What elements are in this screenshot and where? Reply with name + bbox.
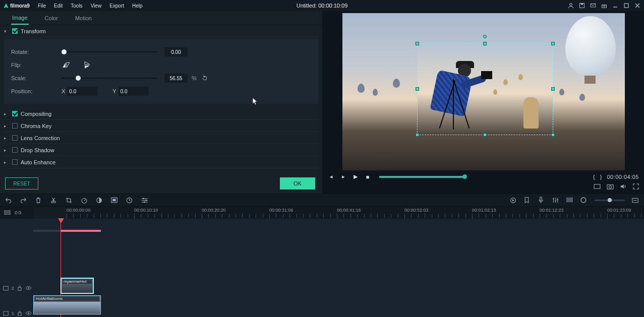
pos-y-label: Y [112, 88, 116, 94]
account-icon[interactable] [567, 2, 574, 9]
undo-icon[interactable] [5, 197, 12, 203]
menu-export[interactable]: Export [105, 3, 128, 9]
menu-tools[interactable]: Tools [67, 3, 86, 9]
preview-progress[interactable] [379, 176, 465, 178]
svg-point-36 [28, 312, 29, 314]
section-chroma[interactable]: ▸ Chroma Key [4, 120, 318, 132]
flip-vertical-icon[interactable] [83, 61, 92, 69]
voiceover-icon[interactable] [538, 197, 545, 204]
rotate-slider[interactable] [62, 48, 157, 55]
resize-handle-nw[interactable] [416, 42, 419, 45]
marker-icon[interactable] [524, 197, 531, 204]
pos-x-field[interactable] [67, 87, 97, 96]
svg-rect-6 [624, 4, 628, 8]
duration-icon[interactable] [126, 197, 133, 204]
rotate-handle[interactable] [483, 35, 487, 38]
ruler-label: 00:00:52:03 [404, 208, 429, 213]
window-maximize[interactable] [623, 2, 630, 9]
eye-icon[interactable] [25, 286, 32, 290]
split-icon[interactable] [50, 197, 57, 204]
stop-icon[interactable]: ■ [364, 174, 371, 180]
tab-color[interactable]: Color [44, 12, 59, 24]
scale-field[interactable] [164, 74, 188, 83]
track-head-2[interactable]: 2 [3, 285, 32, 291]
eye-icon[interactable] [25, 311, 32, 315]
resize-handle-e[interactable] [551, 87, 555, 91]
svg-point-17 [143, 198, 144, 199]
link-icon[interactable] [15, 210, 21, 216]
range-bar[interactable] [33, 230, 101, 232]
menu-file[interactable]: File [34, 3, 50, 9]
adjust-icon[interactable] [141, 198, 148, 203]
lens-checkbox[interactable] [12, 135, 18, 141]
clip-track1[interactable]: HotAirBalloons [33, 295, 101, 314]
prev-frame-icon[interactable]: ◂ [328, 173, 335, 180]
section-auto[interactable]: ▸ Auto Enhance [4, 156, 318, 168]
svg-rect-7 [594, 184, 600, 188]
clip-track2[interactable]: myanmarHot [61, 278, 93, 293]
fullscreen-icon[interactable] [633, 183, 639, 194]
auto-checkbox[interactable] [12, 159, 18, 165]
resize-handle-se[interactable] [551, 133, 555, 137]
reset-button[interactable]: RESET [5, 177, 38, 189]
volume-icon[interactable] [620, 183, 627, 194]
render-icon[interactable] [510, 197, 517, 204]
zoom-slider[interactable] [595, 200, 625, 201]
tab-image[interactable]: Image [11, 12, 29, 25]
play-icon[interactable]: ▶ [352, 173, 359, 180]
resize-handle-ne[interactable] [551, 42, 555, 45]
section-drop[interactable]: ▸ Drop Shadow [4, 144, 318, 156]
lock-icon[interactable] [17, 285, 22, 291]
resize-handle-n[interactable] [483, 42, 487, 45]
color-icon[interactable] [96, 197, 103, 204]
window-close[interactable] [634, 2, 641, 9]
record-icon[interactable] [580, 197, 588, 203]
next-frame-icon[interactable]: ▸ [340, 173, 347, 180]
snapshot-icon[interactable] [607, 183, 614, 194]
timeline-ruler[interactable]: 00:00:00:0000:00:10:1000:00:20:2000:00:3… [67, 207, 644, 219]
lock-icon[interactable] [17, 310, 22, 316]
window-minimize[interactable] [612, 2, 619, 9]
section-compositing[interactable]: ▸ Compositing [4, 108, 318, 120]
balloon-icon [373, 89, 378, 96]
message-icon[interactable] [590, 2, 597, 9]
resize-handle-s[interactable] [483, 133, 487, 137]
track-head-1[interactable]: 1 [3, 310, 32, 316]
zoom-fit-icon[interactable] [632, 198, 639, 203]
pos-y-field[interactable] [119, 87, 149, 96]
mixer-icon[interactable] [552, 197, 559, 203]
menu-edit[interactable]: Edit [50, 3, 67, 9]
mark-out-icon[interactable]: } [600, 174, 602, 180]
crop-icon[interactable] [66, 197, 73, 204]
scale-reset-icon[interactable] [202, 75, 208, 81]
track-manage-icon[interactable] [566, 197, 573, 203]
selection-box[interactable] [417, 43, 553, 135]
section-transform[interactable]: ▾ Transform [4, 25, 318, 37]
transform-checkbox[interactable] [12, 28, 18, 34]
mark-in-icon[interactable]: { [593, 174, 595, 180]
timeline-options-icon[interactable] [4, 210, 11, 216]
app-logo-text: filmora9 [10, 3, 30, 9]
scale-slider[interactable] [62, 75, 157, 82]
speed-icon[interactable] [81, 197, 88, 204]
quality-icon[interactable] [594, 183, 601, 194]
save-icon[interactable] [578, 2, 586, 9]
compositing-checkbox[interactable] [12, 111, 18, 116]
rotate-field[interactable] [164, 47, 188, 56]
delete-icon[interactable] [35, 197, 42, 204]
menu-view[interactable]: View [87, 3, 106, 9]
resize-handle-w[interactable] [416, 87, 419, 91]
position-label: Position: [11, 88, 62, 94]
resize-handle-sw[interactable] [416, 133, 419, 137]
ok-button[interactable]: OK [280, 177, 315, 189]
preview-canvas[interactable] [342, 13, 625, 170]
section-lens[interactable]: ▸ Lens Correction [4, 132, 318, 144]
flip-horizontal-icon[interactable] [62, 61, 71, 69]
gift-icon[interactable] [601, 2, 608, 9]
drop-checkbox[interactable] [12, 147, 18, 153]
menu-help[interactable]: Help [128, 3, 147, 9]
tab-motion[interactable]: Motion [74, 12, 93, 24]
chroma-checkbox[interactable] [12, 123, 18, 129]
greenscreen-icon[interactable] [111, 197, 118, 203]
redo-icon[interactable] [20, 197, 27, 203]
